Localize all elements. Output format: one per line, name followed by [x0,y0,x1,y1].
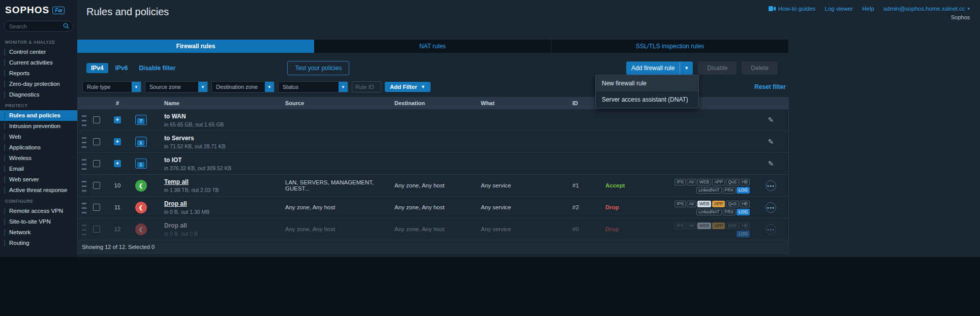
section-title-protect: PROTECT [0,100,77,110]
sidebar-item-intrusion-prevention[interactable]: Intrusion prevention [0,121,77,132]
expand-group-icon[interactable]: + [114,138,121,145]
table-row-group-to-servers: ▬▬▬ + 1 to Servers in 71.52 KB, out 28.7… [78,131,788,152]
expand-group-icon[interactable]: + [114,160,121,167]
account-menu[interactable]: admin@sophos.home.xalnet.cc ▾ [883,6,970,12]
sidebar-item-web[interactable]: Web [0,132,77,142]
table-row-group-to-iot: ▬▬▬ + 1 to IOT in 376.32 KB, out 309.52 … [78,152,788,174]
rule-name-link[interactable]: Drop all [164,200,285,207]
col-destination: Destination [394,100,481,106]
sidebar-item-network[interactable]: Network [0,227,77,238]
edit-pencil-icon[interactable]: ✎ [753,116,789,124]
help-link[interactable]: Help [862,6,874,12]
row-checkbox[interactable] [93,138,100,145]
badge-web: WEB [697,201,711,207]
drag-handle-icon[interactable]: ▬▬▬ [78,157,90,171]
sidebar-item-rules-and-policies[interactable]: Rules and policies [0,110,77,121]
sidebar-item-routing[interactable]: Routing [0,238,77,248]
sidebar-item-zero-day-protection[interactable]: Zero-day protection [0,79,77,89]
howto-guides-link[interactable]: How-to guides [769,6,816,12]
rule-name-link[interactable]: Temp all [164,178,285,185]
chevron-down-icon[interactable]: ▼ [680,62,693,74]
drag-handle-icon[interactable]: ▬▬▬ [78,113,90,127]
menu-item-new-firewall-rule[interactable]: New firewall rule [596,75,698,91]
rule-number: 11 [106,204,129,210]
rule-type-select[interactable]: Rule type ▼ [82,81,141,92]
row-checkbox[interactable] [93,204,100,211]
row-checkbox[interactable] [93,226,100,233]
fw-badge: Fw [52,7,65,14]
page: SOPHOS Fw MONITOR & ANALYZE Control cent… [0,0,980,257]
status-select[interactable]: Status ▼ [278,81,348,92]
sidebar-item-current-activities[interactable]: Current activities [0,57,77,68]
group-icon: 1 [135,137,147,147]
chevron-down-icon: ▼ [198,82,207,92]
more-actions-icon[interactable]: ●●● [765,180,776,191]
action-label: Drop [605,204,654,210]
disable-filter-link[interactable]: Disable filter [139,65,175,72]
sidebar-item-reports[interactable]: Reports [0,68,77,79]
log-viewer-link[interactable]: Log viewer [825,6,853,12]
what-cell: Any service [481,204,572,210]
destination-cell: Any zone, Any host [394,226,481,232]
tab-ssl-tls-inspection-rules[interactable]: SSL/TLS inspection rules [552,40,789,53]
brand-subtext: Sophos [951,14,970,20]
video-icon [769,6,776,11]
chevron-down-icon: ▼ [265,82,274,92]
sidebar-item-web-server[interactable]: Web server [0,174,77,185]
rule-number: 12 [106,226,129,232]
col-source: Source [285,100,394,106]
source-zone-select[interactable]: Source zone ▼ [145,81,208,92]
drag-handle-icon[interactable]: ▬▬▬ [78,201,90,214]
row-checkbox[interactable] [93,160,100,167]
add-filter-button[interactable]: Add Filter ▼ [385,82,431,92]
sidebar-item-email[interactable]: Email [0,164,77,174]
group-name: to Servers [164,135,285,142]
disable-button[interactable]: Disable [698,61,737,75]
sidebar-item-diagnostics[interactable]: Diagnostics [0,89,77,100]
ipv4-toggle[interactable]: IPv4 [86,63,108,73]
rule-id-input[interactable] [352,81,381,92]
sidebar-search [4,21,73,31]
section-title-monitor: MONITOR & ANALYZE [0,37,77,47]
group-name: to WAN [164,113,285,120]
tab-nat-rules[interactable]: NAT rules [314,40,552,53]
add-firewall-rule-button[interactable]: Add firewall rule ▼ [626,61,693,75]
row-checkbox[interactable] [93,116,100,123]
test-your-policies-button[interactable]: Test your policies [287,61,349,75]
delete-button[interactable]: Delete [742,61,778,75]
sidebar-item-site-to-site-vpn[interactable]: Site-to-site VPN [0,216,77,227]
ipv6-toggle[interactable]: IPv6 [115,65,128,72]
badge-linkednat: LinkedNAT [696,187,721,194]
more-actions-icon[interactable]: ●●● [765,224,776,235]
sidebar-item-wireless[interactable]: Wireless [0,153,77,164]
expand-group-icon[interactable]: + [114,116,121,123]
action-label: Drop [605,226,654,232]
destination-zone-select[interactable]: Destination zone ▼ [211,81,274,92]
id-cell: #1 [572,182,605,188]
sidebar-item-active-threat-response[interactable]: Active threat response [0,185,77,196]
search-icon[interactable] [63,23,69,29]
table-footer: Showing 12 of 12. Selected 0 [78,240,788,253]
rule-name[interactable]: Drop all [164,222,285,229]
logo: SOPHOS Fw [0,0,77,19]
drag-handle-icon[interactable]: ▬▬▬ [78,223,90,236]
edit-pencil-icon[interactable]: ✎ [753,138,789,146]
sidebar-item-control-center[interactable]: Control center [0,47,77,57]
reset-filter-link[interactable]: Reset filter [754,83,786,90]
table-row-group-to-wan: ▬▬▬ + 7 to WAN in 65.65 GB, out 1.65 GB … [78,109,788,131]
sidebar-item-remote-access-vpn[interactable]: Remote access VPN [0,206,77,216]
drag-handle-icon[interactable]: ▬▬▬ [78,179,90,193]
row-checkbox[interactable] [93,182,100,189]
table-row-rule-drop-all-disabled: ▬▬▬ 12 ❮ Drop all in 0 B, out 0 B Any zo… [78,218,788,240]
drag-handle-icon[interactable]: ▬▬▬ [78,135,90,149]
more-actions-icon[interactable]: ●●● [765,202,776,213]
sophos-logo: SOPHOS [5,5,49,16]
badge-app: APP [712,179,725,185]
tab-firewall-rules[interactable]: Firewall rules [77,40,314,53]
edit-pencil-icon[interactable]: ✎ [753,160,789,168]
menu-item-server-access-assistant[interactable]: Server access assistant (DNAT) [596,91,698,108]
traffic-stats: in 376.32 KB, out 309.52 KB [164,165,285,171]
badge-ips: IPS [675,201,686,207]
sidebar-item-applications[interactable]: Applications [0,142,77,153]
badge-app: APP [712,223,725,229]
